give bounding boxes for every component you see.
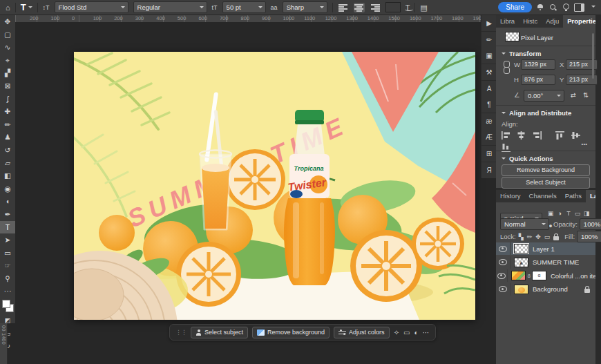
adjustment-icon[interactable]: ◐	[414, 329, 418, 336]
layer-row[interactable]: 8ɑColorful ...on items	[496, 269, 595, 282]
layer-name[interactable]: SUMMER TIME	[533, 258, 579, 266]
filter-type-layers-icon[interactable]: T	[564, 210, 573, 217]
type-tool[interactable]: T	[0, 221, 15, 234]
anti-alias-select[interactable]: Sharp	[283, 1, 327, 13]
healing-brush-tool[interactable]: ✚	[0, 105, 15, 118]
flip-vertical-icon[interactable]: ⇅	[583, 91, 589, 99]
layer-mask-thumbnail[interactable]: ɑ	[532, 271, 546, 280]
color-swatches[interactable]	[0, 298, 15, 314]
layer-name[interactable]: Colorful ...on items	[551, 272, 595, 280]
text-orientation-icon[interactable]: ↕T	[43, 0, 50, 15]
more-options-icon[interactable]: ⋯	[423, 329, 430, 336]
frame-tool[interactable]: ⊠	[0, 79, 15, 93]
blur-tool[interactable]: ◉	[0, 182, 15, 195]
layer-thumbnail[interactable]	[514, 244, 528, 253]
toggle-panels-icon[interactable]: ▤	[420, 0, 427, 15]
opacity-select[interactable]: 100%	[580, 218, 601, 230]
lock-transparency-icon[interactable]: ▚	[519, 233, 524, 240]
more-tools[interactable]: ⋯	[0, 285, 15, 298]
tab-paths[interactable]: Paths	[561, 190, 586, 202]
tab-properties[interactable]: Properties	[563, 15, 595, 28]
link-dimensions-icon[interactable]	[503, 61, 510, 75]
tab-layers[interactable]: Layers	[586, 190, 595, 202]
layer-thumbnail[interactable]	[511, 271, 526, 280]
notifications-icon[interactable]	[537, 3, 544, 11]
filter-adjustment-layers-icon[interactable]: ◑	[555, 210, 564, 217]
transform-section-header[interactable]: Transform	[502, 50, 541, 57]
discover-icon[interactable]	[562, 3, 569, 11]
object-selection-tool[interactable]: ⌖	[0, 54, 15, 67]
lock-pixels-icon[interactable]: ✏	[527, 233, 533, 240]
layer-row[interactable]: Layer 1	[496, 242, 595, 255]
font-family-select[interactable]: Flood Std	[55, 1, 128, 13]
align-top-edges-icon[interactable]	[555, 131, 564, 140]
share-button[interactable]: Share	[498, 2, 532, 12]
shape-tool[interactable]: ▭	[0, 247, 15, 260]
angle-select[interactable]: 0.00°	[524, 90, 564, 102]
align-vertical-centers-icon[interactable]	[571, 131, 580, 140]
layer-thumbnail[interactable]: ▲	[514, 258, 528, 267]
marquee-tool[interactable]: ▢	[0, 28, 15, 41]
gradient-tool[interactable]: ◧	[0, 169, 15, 182]
filter-pixel-layers-icon[interactable]: ▣	[546, 210, 555, 217]
paragraph-panel[interactable]: ¶	[481, 97, 497, 113]
fill-select[interactable]: 100%	[577, 231, 601, 242]
text-color-swatch[interactable]	[385, 2, 401, 12]
eraser-tool[interactable]: ▱	[0, 157, 15, 170]
more-options-icon[interactable]: •••	[582, 141, 587, 147]
tab-adjustments[interactable]: Adju	[542, 15, 563, 28]
align-left-edges-icon[interactable]	[502, 131, 511, 140]
magic-wand-icon[interactable]: ✧	[394, 329, 399, 336]
adjust-colors-button[interactable]: Adjust colors	[334, 327, 390, 338]
taskbar-grip[interactable]: ⋮⋮	[175, 329, 187, 336]
font-size-select[interactable]: 50 pt	[222, 1, 266, 13]
character-styles-panel[interactable]: Æ	[481, 129, 497, 146]
foreground-color-swatch[interactable]	[2, 300, 10, 308]
filter-shape-layers-icon[interactable]: ▭	[573, 210, 582, 217]
crop-tool[interactable]: ▞	[0, 66, 15, 79]
clone-source-panel[interactable]: ▣	[481, 48, 497, 64]
align-center-icon[interactable]	[354, 3, 365, 12]
layer-name[interactable]: Layer 1	[533, 245, 555, 253]
align-section-header[interactable]: Align and Distribute	[502, 109, 571, 117]
brush-tool[interactable]: ✏	[0, 118, 15, 131]
home-icon[interactable]: ⌂	[6, 0, 10, 15]
layer-visibility-toggle[interactable]	[496, 269, 508, 282]
layer-row[interactable]: Background	[496, 283, 595, 296]
remove-background-button[interactable]: Remove background	[252, 327, 330, 338]
flip-horizontal-icon[interactable]: ⇄	[571, 91, 576, 99]
search-icon[interactable]	[549, 3, 557, 11]
filter-smart-objects-icon[interactable]: ◨	[582, 210, 591, 217]
align-right-edges-icon[interactable]	[533, 131, 542, 140]
align-right-icon[interactable]	[370, 3, 381, 12]
hand-tool[interactable]: ☞	[0, 259, 15, 272]
layer-thumbnail[interactable]	[514, 285, 528, 294]
lock-artboard-icon[interactable]: ▭	[544, 233, 551, 240]
align-left-icon[interactable]	[338, 3, 349, 12]
layer-row[interactable]: ▲SUMMER TIME	[496, 256, 595, 269]
brush-settings-panel[interactable]: ✏	[481, 32, 497, 48]
lasso-tool[interactable]: ∿	[0, 41, 15, 54]
font-style-select[interactable]: Regular	[133, 1, 207, 13]
path-selection-tool[interactable]: ➤	[0, 233, 15, 247]
quick-actions-section-header[interactable]: Quick Actions	[502, 155, 553, 162]
layer-visibility-toggle[interactable]	[496, 242, 511, 255]
character-panel[interactable]: A	[481, 81, 497, 97]
lock-all-icon[interactable]	[553, 236, 559, 240]
layer-visibility-toggle[interactable]	[496, 283, 511, 296]
warp-text-icon[interactable]: T	[406, 3, 410, 12]
actions-panel[interactable]: ▶	[481, 15, 497, 32]
layer-visibility-toggle[interactable]	[496, 256, 511, 269]
height-field[interactable]: 876 px	[521, 75, 555, 85]
type-tool-preset-icon[interactable]: T	[21, 2, 32, 12]
width-field[interactable]: 1329 px	[521, 59, 555, 70]
chevron-down-icon[interactable]	[591, 6, 595, 10]
glyphs-panel[interactable]: æ	[481, 113, 497, 129]
remove-background-button[interactable]: Remove Background	[502, 164, 590, 176]
select-subject-button[interactable]: Select subject	[191, 327, 248, 338]
layer-name[interactable]: Background	[533, 285, 568, 293]
blend-mode-select[interactable]: Normal	[500, 218, 549, 230]
select-subject-button[interactable]: Select Subject	[502, 177, 590, 189]
history-brush-tool[interactable]: ↺	[0, 144, 15, 157]
workspace-switcher-icon[interactable]	[574, 3, 584, 12]
